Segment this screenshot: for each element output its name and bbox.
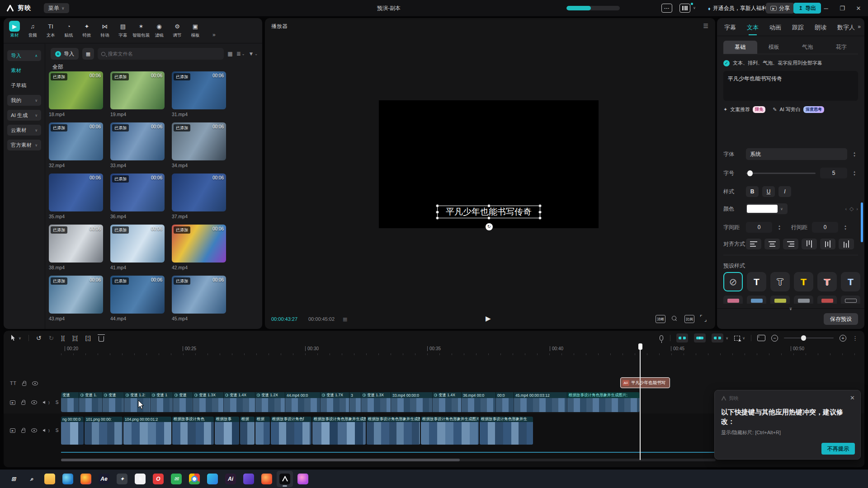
eye-icon[interactable] xyxy=(32,381,38,385)
media-item[interactable]: 00:06 35.mp4 xyxy=(49,174,103,219)
image-clip[interactable]: 根据故事设计角色形象并生成图片并 xyxy=(421,417,479,445)
media-thumbnail[interactable]: 00:06 xyxy=(172,174,226,211)
media-thumbnail[interactable]: 已添加 00:06 xyxy=(172,71,226,109)
size-slider-knob[interactable] xyxy=(747,170,753,176)
vip-promo[interactable]: ♦ 开通会员，享新人福利 xyxy=(708,5,772,12)
image-clip[interactable]: ng 00:00:0 xyxy=(61,417,84,445)
letter-spacing-stepper[interactable]: ▴▾ xyxy=(776,221,783,233)
align-vbottom-button[interactable] xyxy=(839,239,854,249)
keyframe-controls[interactable]: ‹ ◇ › xyxy=(845,206,858,212)
line-spacing-value[interactable]: 0 xyxy=(812,222,838,233)
ratio-button[interactable]: 比例 xyxy=(684,315,694,323)
video-clip[interactable]: 变速 1. xyxy=(79,392,103,412)
media-thumbnail[interactable]: 已添加 00:06 xyxy=(49,122,103,160)
zoom-in-icon[interactable]: + xyxy=(840,335,846,342)
zoom-slider-knob[interactable] xyxy=(801,335,806,341)
taskbar-app[interactable]: Ae xyxy=(96,471,112,487)
search-input[interactable] xyxy=(108,51,221,56)
sidebar-item[interactable]: 子草稿 xyxy=(7,80,41,91)
cover-thumbnail-icon[interactable] xyxy=(757,335,765,341)
timeline-zoom-slider[interactable] xyxy=(784,338,834,339)
category-tab[interactable]: ◔ 贴纸 xyxy=(60,21,78,38)
properties-tab[interactable]: 跟踪 xyxy=(792,23,804,31)
size-stepper[interactable]: ▴▾ xyxy=(851,167,858,179)
category-tab[interactable]: ⋈ 转场 xyxy=(96,21,114,38)
timeline-hscrollbar[interactable] xyxy=(61,459,716,461)
handle-t[interactable] xyxy=(487,204,491,207)
toolbar-more-icon[interactable]: » xyxy=(212,32,216,38)
underline-button[interactable]: U xyxy=(762,186,775,197)
layout-toggle-icon[interactable] xyxy=(661,4,672,13)
align-left-button[interactable] xyxy=(746,239,761,249)
timeline-ruler[interactable]: 00:20 00:25 00:30 00:35 00:40 00:45 00:5… xyxy=(61,344,860,355)
sidebar-item[interactable]: 官方素材 ∨ xyxy=(7,140,41,150)
media-item[interactable]: 已添加 00:06 36.mp4 xyxy=(110,174,165,219)
media-item[interactable]: 已添加 00:06 33.mp4 xyxy=(110,122,165,168)
category-tab[interactable]: TI 文本 xyxy=(42,21,60,38)
media-thumbnail[interactable]: 已添加 00:06 xyxy=(49,276,103,314)
text-clip[interactable]: A≡ 平凡少年也能书写 xyxy=(620,377,670,388)
grid-view-icon[interactable]: ▦ xyxy=(227,51,232,57)
import-grid-button[interactable]: ▦ xyxy=(82,48,94,60)
image-clip[interactable]: 根据故事设计角色形象并生成图 xyxy=(312,417,366,445)
media-thumbnail[interactable]: 已添加 00:06 xyxy=(110,225,165,263)
taskbar-app[interactable] xyxy=(259,471,275,487)
audio-track-line[interactable] xyxy=(61,452,716,453)
chevron-down-icon[interactable]: ∨ xyxy=(693,6,696,10)
video-clip[interactable]: 变速 xyxy=(173,392,193,412)
line-spacing-stepper[interactable]: ▴▾ xyxy=(842,221,849,233)
keyframe-prev-icon[interactable]: ‹ xyxy=(845,206,847,211)
image-clip[interactable]: 根据故事 xyxy=(215,417,239,445)
video-clip[interactable]: 3 xyxy=(349,392,361,412)
media-item[interactable]: 已添加 00:06 19.mp4 xyxy=(110,71,165,117)
preset-color-tile[interactable] xyxy=(794,296,813,304)
media-thumbnail[interactable]: 已添加 00:06 xyxy=(110,276,165,314)
video-clip[interactable]: 44.mp4 00:0 xyxy=(285,392,321,412)
handle-bl[interactable] xyxy=(436,216,439,220)
select-tool-chevron[interactable]: ∨ xyxy=(19,336,21,340)
video-clip[interactable]: 变速 xyxy=(103,392,124,412)
taskbar-app[interactable] xyxy=(60,471,76,487)
media-item[interactable]: 已添加 00:06 45.mp4 xyxy=(172,276,226,321)
handle-l[interactable] xyxy=(436,211,439,214)
taskbar-app[interactable] xyxy=(204,471,221,487)
split-left-icon[interactable]: ]¦[ xyxy=(72,335,78,341)
maximize-button[interactable]: ❐ xyxy=(835,0,849,16)
media-search[interactable] xyxy=(98,48,224,60)
sidebar-item[interactable]: 云素材 ∨ xyxy=(7,125,41,136)
taskbar-app[interactable] xyxy=(78,471,94,487)
handle-tr[interactable] xyxy=(538,204,542,207)
letter-spacing-value[interactable]: 0 xyxy=(746,222,772,233)
playhead[interactable] xyxy=(640,344,641,460)
properties-tab[interactable]: 数字人 xyxy=(837,23,855,31)
media-thumbnail[interactable]: 00:06 xyxy=(49,174,103,211)
media-item[interactable]: 已添加 00:06 32.mp4 xyxy=(49,122,103,168)
media-item[interactable]: 已添加 00:06 42.mp4 xyxy=(172,225,226,270)
taskbar-app[interactable]: ⌕ xyxy=(24,471,40,487)
taskbar-app[interactable]: ⊞ xyxy=(5,471,22,487)
video-clip[interactable]: 变速 1 xyxy=(151,392,173,412)
video-clip[interactable]: 变速 1.3X xyxy=(361,392,391,412)
taskbar-app[interactable] xyxy=(42,471,58,487)
player-menu-icon[interactable]: ☰ xyxy=(703,23,709,29)
sort-icon[interactable]: ≣⌄ xyxy=(236,51,245,57)
text-subtab[interactable]: 花字 xyxy=(825,41,859,54)
eye-icon[interactable] xyxy=(31,428,37,432)
speaker-icon[interactable] xyxy=(43,429,45,432)
preset-style-tile[interactable]: T xyxy=(841,272,860,291)
solo-icon[interactable]: S xyxy=(56,400,59,405)
taskbar-app[interactable] xyxy=(186,471,203,487)
media-item[interactable]: 已添加 00:06 31.mp4 xyxy=(172,71,226,117)
video-clip[interactable]: 45.mp4 00:00:03:12 xyxy=(514,392,567,412)
record-voiceover-icon[interactable] xyxy=(660,335,663,341)
image-clip[interactable]: 根据故事设计角色形象并生成图 xyxy=(367,417,420,445)
import-button[interactable]: + 导入 xyxy=(51,48,79,60)
delete-icon[interactable] xyxy=(99,336,104,342)
lock-icon[interactable] xyxy=(21,402,25,405)
speaker-icon[interactable] xyxy=(43,401,45,404)
panels-layout-icon[interactable] xyxy=(679,4,690,13)
quality-button[interactable]: 清晰 xyxy=(656,315,665,323)
preset-color-tile[interactable] xyxy=(770,296,790,304)
sidebar-item[interactable]: AI 生成 ∨ xyxy=(7,110,41,121)
filter-all-label[interactable]: 全部 xyxy=(52,63,63,71)
